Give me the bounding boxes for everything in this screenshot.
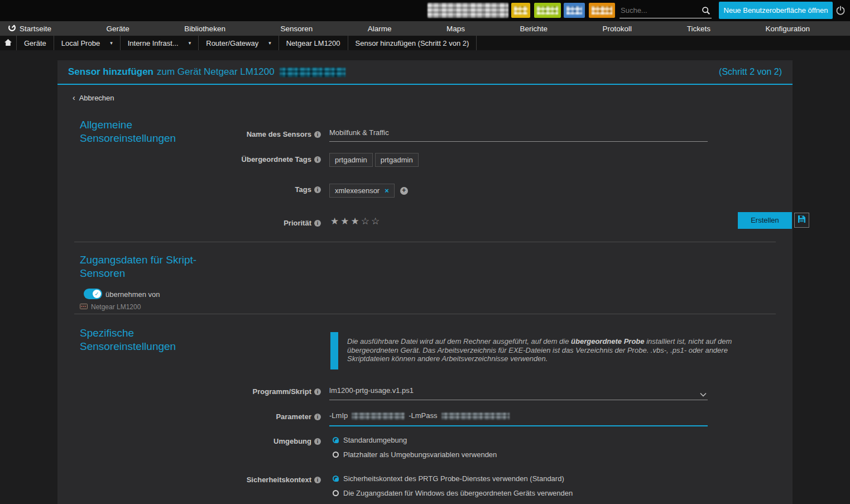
info-icon[interactable]: i — [314, 156, 321, 163]
breadcrumb: Geräte Local Probe▾ Interne Infrast...▾ … — [0, 36, 850, 50]
inherit-toggle-label: übernehmen von — [105, 290, 160, 299]
main-nav: Startseite Geräte Bibliotheken Sensoren … — [0, 21, 850, 36]
cancel-label: Abbrechen — [79, 94, 114, 102]
radio-label: Die Zugangsdaten für Windows des übergeo… — [343, 489, 573, 497]
field-label-sensor-name: Name des Sensorsi — [57, 130, 321, 138]
radio-unselected-icon[interactable] — [333, 452, 339, 458]
radio-selected-icon[interactable] — [333, 476, 339, 482]
chevron-down-icon[interactable]: ▾ — [189, 40, 191, 46]
search-input[interactable] — [620, 4, 697, 15]
chevron-down-icon[interactable]: ▾ — [268, 40, 271, 46]
program-script-select[interactable]: lm1200-prtg-usage.v1.ps1 — [329, 386, 708, 400]
nav-item-label: Maps — [446, 25, 465, 33]
radio-option-placeholder-env-vars[interactable]: Platzhalter als Umgebungsvariablen verwe… — [333, 450, 497, 459]
breadcrumb-label: Netgear LM1200 — [286, 39, 340, 47]
nav-item-label: Konfiguration — [765, 25, 810, 33]
section-title-specific: Spezifische Sensoreinstellungen — [80, 327, 225, 353]
radio-option-windows-credentials[interactable]: Die Zugangsdaten für Windows des übergeo… — [333, 489, 573, 497]
info-icon[interactable]: i — [314, 186, 321, 193]
breadcrumb-item-devices[interactable]: Geräte — [17, 36, 54, 50]
sensor-name-input[interactable]: Mobilfunk & Traffic — [329, 128, 708, 142]
info-icon[interactable]: i — [314, 438, 321, 445]
info-icon[interactable]: i — [314, 131, 321, 138]
tag-chip: xmlexesensor× — [329, 184, 395, 198]
radio-label: Platzhalter als Umgebungsvariablen verwe… — [343, 450, 497, 459]
breadcrumb-label: Geräte — [24, 39, 46, 47]
breadcrumb-label: Local Probe — [61, 39, 100, 47]
create-actions: Erstellen — [738, 212, 809, 229]
radio-selected-icon[interactable] — [333, 437, 339, 443]
nav-item-setup[interactable]: Konfiguration — [765, 25, 810, 33]
tags-list: xmlexesensor× + — [329, 184, 408, 198]
create-button[interactable]: Erstellen — [738, 212, 792, 229]
breadcrumb-item-internal-infra[interactable]: Interne Infrast...▾ — [121, 36, 199, 50]
status-badge-unusual[interactable] — [589, 3, 615, 18]
logout-power-icon[interactable] — [835, 6, 846, 18]
search-icon[interactable] — [702, 6, 710, 17]
breadcrumb-item-current: Sensor hinzufügen (Schritt 2 von 2) — [348, 36, 477, 50]
star-empty-icons[interactable]: ☆☆ — [361, 216, 381, 227]
nav-item-reports[interactable]: Berichte — [520, 25, 548, 33]
radio-unselected-icon[interactable] — [333, 490, 339, 496]
info-icon[interactable]: i — [314, 477, 321, 483]
breadcrumb-item-device[interactable]: Netgear LM1200 — [279, 36, 348, 50]
parent-tags-list: prtgadmin prtgadmin — [329, 153, 419, 167]
open-new-ui-button[interactable]: Neue Benutzeroberfläche öffnen — [719, 2, 833, 19]
nav-item-label: Tickets — [687, 25, 710, 33]
nav-item-alarms[interactable]: Alarme — [368, 25, 392, 33]
section-divider — [74, 242, 776, 242]
status-badge-paused[interactable] — [564, 3, 585, 18]
censored-badge-count — [566, 6, 582, 15]
parameter-input[interactable]: -LmIp -LmPass — [329, 411, 708, 426]
radio-option-standard-environment[interactable]: Standardumgebung — [333, 436, 497, 444]
device-icon — [80, 303, 88, 311]
security-context-radio-group: Sicherheitskontext des PRTG Probe-Dienst… — [333, 474, 573, 503]
radio-option-probe-service-context[interactable]: Sicherheitskontext des PRTG Probe-Dienst… — [333, 474, 573, 483]
field-label-priority: Prioritäti — [57, 219, 321, 227]
star-filled-icons[interactable]: ★★★ — [330, 216, 361, 227]
add-sensor-panel: Sensor hinzufügen zum Gerät Netgear LM12… — [57, 60, 793, 504]
parent-tag-chip: prtgadmin — [329, 153, 373, 167]
info-icon[interactable]: i — [314, 220, 321, 227]
nav-item-label: Startseite — [20, 25, 51, 33]
inherit-toggle[interactable]: ✓ — [84, 289, 102, 299]
nav-item-tickets[interactable]: Tickets — [687, 25, 710, 33]
field-label-program: Programm/Skripti — [57, 387, 321, 396]
nav-item-sensors[interactable]: Sensoren — [280, 25, 313, 33]
censored-badge-count — [592, 6, 612, 15]
field-label-parameter: Parameteri — [57, 412, 321, 421]
breadcrumb-label: Interne Infrast... — [128, 39, 179, 47]
nav-item-label: Geräte — [107, 25, 129, 33]
status-badge-warning[interactable] — [511, 3, 530, 18]
remove-tag-icon[interactable]: × — [385, 186, 389, 195]
breadcrumb-item-local-probe[interactable]: Local Probe▾ — [54, 36, 121, 50]
nav-item-logs[interactable]: Protokoll — [603, 25, 632, 33]
censored-license-badge — [428, 3, 508, 18]
status-badge-up[interactable] — [534, 3, 561, 18]
toggle-check-icon: ✓ — [93, 290, 101, 298]
cancel-link[interactable]: ‹Abbrechen — [73, 93, 114, 102]
info-note-accent-bar — [330, 332, 338, 369]
nav-item-home[interactable]: Startseite — [8, 23, 51, 33]
program-script-value: lm1200-prtg-usage.v1.ps1 — [329, 386, 414, 395]
label-text: Name des Sensors — [247, 130, 311, 138]
priority-stars[interactable]: ★★★☆☆ — [330, 215, 381, 227]
info-icon[interactable]: i — [314, 414, 321, 420]
info-icon[interactable]: i — [314, 388, 321, 395]
save-button[interactable] — [794, 213, 809, 228]
parameter-prefix: -LmIp — [329, 411, 348, 420]
nav-item-libraries[interactable]: Bibliotheken — [184, 25, 225, 33]
environment-radio-group: Standardumgebung Platzhalter als Umgebun… — [333, 436, 497, 465]
chevron-down-icon[interactable]: ▾ — [110, 40, 113, 46]
inherit-source[interactable]: Netgear LM1200 — [80, 303, 141, 311]
nav-item-devices[interactable]: Geräte — [107, 25, 129, 33]
tag-label: xmlexesensor — [335, 186, 380, 195]
nav-item-maps[interactable]: Maps — [446, 25, 465, 33]
breadcrumb-home[interactable] — [0, 36, 17, 50]
radio-label: Sicherheitskontext des PRTG Probe-Dienst… — [343, 474, 564, 483]
add-tag-button[interactable]: + — [400, 187, 408, 195]
censored-parameter-password — [441, 412, 510, 420]
info-note-bold: übergeordnete Probe — [571, 337, 644, 345]
censored-badge-count — [537, 6, 558, 15]
breadcrumb-item-router-gateway[interactable]: Router/Gateway▾ — [199, 36, 278, 50]
